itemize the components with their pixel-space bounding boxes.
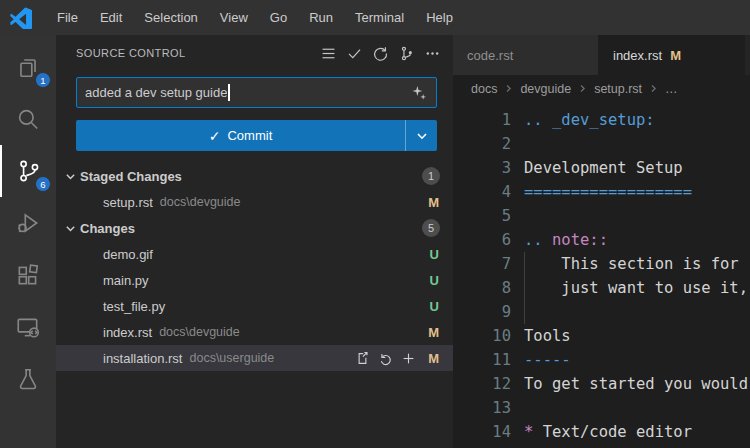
tab-bar: code.rstindex.rstM (453, 35, 750, 75)
line-number: 3 (453, 156, 511, 180)
line-content: .. _dev_setup: (524, 108, 655, 132)
activity-badge-explorer: 1 (35, 72, 51, 88)
check-icon (346, 45, 363, 62)
menu-help[interactable]: Help (415, 0, 464, 35)
file-row-index.rst[interactable]: index.rstdocs\devguideM (56, 319, 453, 345)
code-line-12: 12To get started you would (453, 372, 750, 396)
activity-item-testing[interactable] (0, 353, 56, 405)
activity-item-run-debug[interactable] (0, 197, 56, 249)
debug-icon (15, 210, 41, 236)
activity-item-remote[interactable] (0, 301, 56, 353)
refresh-icon (372, 45, 389, 62)
git-status-badge: U (430, 299, 439, 314)
menu-file[interactable]: File (46, 0, 89, 35)
tab-modified-badge: M (670, 48, 681, 63)
line-content: * git (524, 444, 571, 448)
list-icon (320, 45, 337, 62)
graph-button[interactable] (395, 42, 417, 64)
chevron-right-icon (504, 82, 513, 96)
code-line-15: 15* git (453, 444, 750, 448)
line-number: 15 (453, 444, 511, 448)
tab-label: code.rst (467, 48, 513, 63)
breadcrumb-label: devguide (520, 82, 571, 96)
breadcrumb-item[interactable]: … (665, 82, 678, 96)
breadcrumb: docsdevguidesetup.rst… (453, 75, 750, 103)
section-count-badge: 5 (422, 219, 440, 237)
tab-index.rst[interactable]: index.rstM (599, 35, 745, 75)
section-header-staged-changes[interactable]: Staged Changes1 (56, 163, 453, 189)
git-status-badge: U (430, 247, 439, 262)
git-status-badge: M (428, 325, 439, 340)
discard-changes-button[interactable] (375, 348, 395, 368)
line-content: ----- (524, 348, 571, 372)
section-header-changes[interactable]: Changes5 (56, 215, 453, 241)
line-number: 14 (453, 420, 511, 444)
commit-message-input[interactable]: added a dev setup guide (76, 77, 437, 108)
file-row-main.py[interactable]: main.pyU (56, 267, 453, 293)
activity-badge-source-control: 6 (35, 176, 51, 192)
code-line-4: 4================== (453, 180, 750, 204)
code-editor[interactable]: 1.. _dev_setup:23Development Setup4=====… (453, 103, 750, 448)
activity-item-source-control[interactable]: 6 (0, 145, 56, 197)
indent-guide (524, 276, 525, 300)
file-name: setup.rst (103, 195, 153, 210)
file-row-setup.rst[interactable]: setup.rstdocs\devguideM (56, 189, 453, 215)
menu-run[interactable]: Run (298, 0, 344, 35)
tab-label: index.rst (613, 48, 662, 63)
file-path: docs\devguide (160, 195, 241, 209)
line-number: 13 (453, 396, 511, 420)
title-bar: FileEditSelectionViewGoRunTerminalHelp (0, 0, 750, 35)
remote-icon (15, 314, 41, 340)
menu-terminal[interactable]: Terminal (344, 0, 415, 35)
line-number: 12 (453, 372, 511, 396)
commit-button-label: Commit (227, 128, 272, 143)
line-content: Tools (524, 324, 571, 348)
code-line-2: 2 (453, 132, 750, 156)
plus-icon (401, 351, 416, 366)
menu-go[interactable]: Go (259, 0, 298, 35)
code-line-11: 11----- (453, 348, 750, 372)
breadcrumb-item[interactable]: devguide (520, 82, 571, 96)
menu-bar: FileEditSelectionViewGoRunTerminalHelp (46, 0, 464, 35)
chevron-right-icon (578, 82, 587, 96)
menu-view[interactable]: View (209, 0, 259, 35)
activity-item-extensions[interactable] (0, 249, 56, 301)
menu-selection[interactable]: Selection (133, 0, 208, 35)
file-row-demo.gif[interactable]: demo.gifU (56, 241, 453, 267)
breadcrumb-item[interactable]: setup.rst (594, 82, 642, 96)
code-line-13: 13 (453, 396, 750, 420)
stage-changes-button[interactable] (398, 348, 418, 368)
view-as-list-button[interactable] (317, 42, 339, 64)
file-name: index.rst (103, 325, 152, 340)
more-actions-button[interactable] (421, 42, 443, 64)
line-number: 7 (453, 252, 511, 276)
discard-icon (378, 351, 393, 366)
activity-item-search[interactable] (0, 93, 56, 145)
open-file-icon (355, 351, 370, 366)
file-name: demo.gif (103, 247, 153, 262)
line-number: 2 (453, 132, 511, 156)
line-content: .. note:: (524, 228, 608, 252)
line-number: 6 (453, 228, 511, 252)
commit-button[interactable]: ✓ Commit (76, 120, 405, 151)
indent-guide (524, 252, 525, 276)
activity-item-explorer[interactable]: 1 (0, 41, 56, 93)
sparkle-icon[interactable] (410, 84, 428, 102)
tab-code.rst[interactable]: code.rst (453, 35, 599, 75)
file-name: test_file.py (103, 299, 165, 314)
file-row-test_file.py[interactable]: test_file.pyU (56, 293, 453, 319)
code-line-5: 5 (453, 204, 750, 228)
line-number: 5 (453, 204, 511, 228)
refresh-button[interactable] (369, 42, 391, 64)
open-file-button[interactable] (352, 348, 372, 368)
line-content: To get started you would (524, 372, 748, 396)
commit-button-group: ✓ Commit (76, 120, 437, 151)
commit-button[interactable] (343, 42, 365, 64)
breadcrumb-item[interactable]: docs (471, 82, 497, 96)
breadcrumb-label: docs (471, 82, 497, 96)
menu-edit[interactable]: Edit (89, 0, 133, 35)
chevron-down-icon (62, 168, 78, 184)
commit-dropdown-button[interactable] (405, 120, 437, 151)
search-icon (15, 106, 41, 132)
file-row-installation.rst[interactable]: installation.rstdocs\userguideM (56, 345, 453, 371)
